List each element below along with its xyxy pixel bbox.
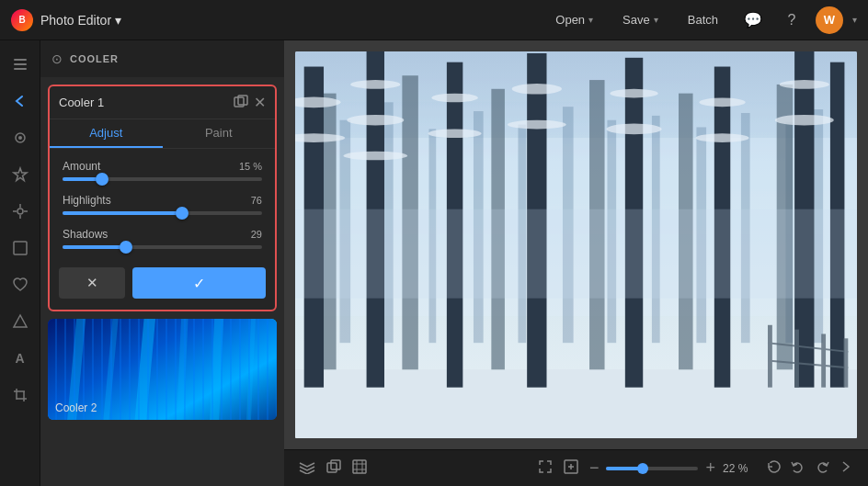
- svg-rect-76: [295, 209, 857, 299]
- sidebar-icon-text[interactable]: A: [4, 342, 37, 375]
- cooler-editor-title: Cooler 1: [59, 96, 234, 109]
- cooler-close-icon[interactable]: ✕: [254, 94, 266, 111]
- bb-duplicate-icon[interactable]: [326, 459, 341, 478]
- help-button[interactable]: ?: [777, 6, 806, 35]
- svg-rect-2: [14, 68, 27, 70]
- highlights-slider-row: Highlights 76: [63, 194, 262, 215]
- svg-line-21: [140, 319, 151, 420]
- photo-canvas[interactable]: [295, 51, 857, 438]
- bb-crop-icon[interactable]: [352, 459, 367, 478]
- bb-layers-icon[interactable]: [299, 459, 315, 478]
- svg-rect-1: [14, 63, 27, 65]
- sidebar-icon-crop[interactable]: [4, 379, 37, 412]
- amount-label: Amount: [63, 160, 100, 173]
- cooler2-label: Cooler 2: [55, 401, 97, 414]
- app-title-chevron-icon: ▾: [115, 13, 121, 28]
- cooler-duplicate-icon[interactable]: [234, 95, 248, 110]
- panel-title: COOLER: [70, 53, 119, 64]
- user-chevron-icon[interactable]: ▾: [852, 15, 857, 25]
- svg-rect-73: [843, 338, 848, 387]
- cooler-editor-icons: ✕: [234, 94, 266, 111]
- sidebar-icon-view[interactable]: [4, 121, 37, 154]
- svg-point-60: [431, 94, 477, 103]
- cancel-button[interactable]: ✕: [59, 267, 125, 299]
- svg-point-67: [695, 133, 748, 142]
- svg-rect-0: [14, 59, 27, 61]
- app-title[interactable]: Photo Editor ▾: [40, 13, 121, 28]
- save-button[interactable]: Save ▾: [610, 8, 671, 31]
- amount-slider-track[interactable]: [63, 177, 262, 181]
- sidebar-icon-heart[interactable]: [4, 268, 37, 301]
- editor-tabs: Adjust Paint: [50, 119, 275, 149]
- svg-rect-77: [327, 463, 337, 472]
- svg-point-62: [512, 84, 562, 95]
- tab-paint[interactable]: Paint: [163, 119, 276, 148]
- highlights-slider-track[interactable]: [63, 211, 262, 215]
- bb-redo-icon[interactable]: [815, 459, 829, 478]
- sidebar-icon-square[interactable]: [4, 232, 37, 265]
- bb-right-icons: [767, 459, 853, 478]
- topbar: B Photo Editor ▾ Open ▾ Save ▾ Batch 💬 ?…: [0, 0, 868, 40]
- highlights-label: Highlights: [63, 194, 111, 207]
- panel: ⊙ COOLER Cooler 1 ✕ Adjust: [40, 40, 284, 486]
- user-avatar[interactable]: W: [816, 6, 843, 34]
- svg-rect-72: [821, 333, 826, 387]
- svg-point-69: [775, 115, 834, 126]
- svg-point-63: [508, 120, 566, 130]
- svg-point-5: [17, 209, 23, 214]
- sidebar-icon-star[interactable]: [4, 158, 37, 191]
- svg-rect-78: [331, 460, 340, 469]
- zoom-controls: − + 22 %: [589, 458, 756, 478]
- bb-fullscreen-icon[interactable]: [564, 459, 578, 478]
- sidebar-icon-back[interactable]: [4, 85, 37, 118]
- svg-point-65: [606, 124, 661, 135]
- confirm-button[interactable]: ✓: [132, 267, 266, 299]
- svg-point-68: [780, 80, 829, 89]
- save-chevron-icon: ▾: [654, 15, 658, 25]
- app-logo: B: [11, 9, 33, 31]
- svg-point-66: [699, 97, 745, 107]
- shadows-slider-track[interactable]: [63, 245, 262, 249]
- shadows-slider-row: Shadows 29: [63, 228, 262, 249]
- cooler-editor-header: Cooler 1 ✕: [50, 86, 275, 119]
- zoom-value: 22 %: [723, 462, 756, 475]
- svg-line-24: [248, 319, 254, 420]
- svg-point-57: [350, 80, 400, 89]
- bb-undo-icon[interactable]: [791, 459, 805, 478]
- shadows-value: 29: [251, 229, 262, 240]
- svg-line-23: [214, 319, 220, 420]
- open-button[interactable]: Open ▾: [542, 8, 606, 31]
- cooler2-thumbnail[interactable]: Cooler 2: [48, 319, 277, 420]
- action-buttons: ✕ ✓: [50, 260, 275, 310]
- bb-forward-icon[interactable]: [839, 459, 853, 478]
- zoom-out-button[interactable]: −: [589, 458, 600, 478]
- chat-button[interactable]: 💬: [738, 6, 768, 35]
- amount-value: 15 %: [239, 161, 262, 172]
- svg-line-22: [179, 319, 185, 420]
- sliders-area: Amount 15 % Highlights 76: [50, 149, 275, 260]
- svg-rect-10: [14, 242, 27, 254]
- svg-rect-79: [353, 460, 366, 473]
- svg-point-58: [347, 115, 404, 126]
- batch-button[interactable]: Batch: [675, 8, 731, 31]
- bb-reset-icon[interactable]: [767, 459, 782, 478]
- app-title-text: Photo Editor: [40, 13, 111, 28]
- amount-slider-row: Amount 15 %: [63, 160, 262, 181]
- bb-expand-icon[interactable]: [538, 459, 553, 478]
- tab-adjust[interactable]: Adjust: [50, 119, 163, 148]
- svg-point-61: [428, 129, 482, 138]
- zoom-slider[interactable]: [606, 467, 698, 470]
- topbar-menu: Open ▾ Save ▾ Batch: [542, 8, 731, 31]
- canvas-wrapper: [284, 40, 868, 449]
- sidebar-icon-layers[interactable]: [4, 48, 37, 81]
- svg-rect-70: [768, 325, 772, 388]
- panel-header: ⊙ COOLER: [40, 40, 284, 77]
- shadows-label: Shadows: [63, 228, 108, 241]
- open-chevron-icon: ▾: [588, 15, 593, 25]
- sidebar-icon-shape[interactable]: [4, 305, 37, 338]
- sidebar-icon-adjust[interactable]: [4, 195, 37, 228]
- main: A ⊙ COOLER Cooler 1: [0, 40, 868, 486]
- svg-point-64: [610, 89, 657, 98]
- panel-back-button[interactable]: ⊙: [51, 51, 63, 66]
- zoom-in-button[interactable]: +: [705, 458, 715, 478]
